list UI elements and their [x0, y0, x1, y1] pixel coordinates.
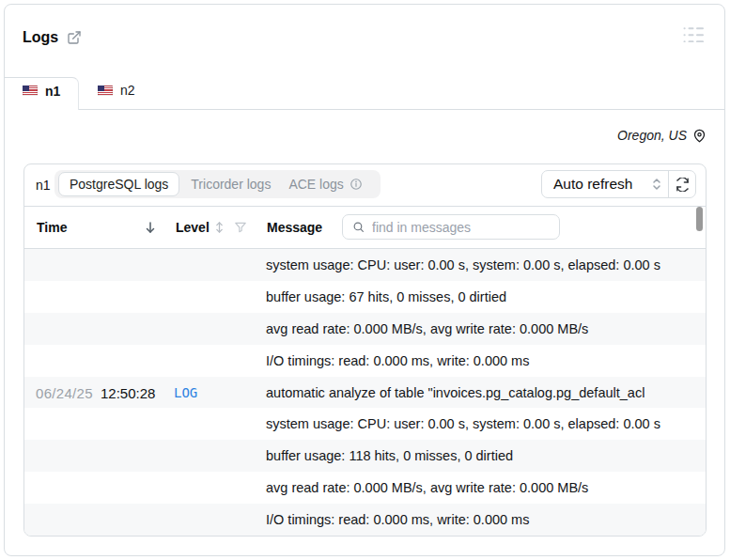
chevron-updown-icon [652, 178, 661, 191]
tab-n1[interactable]: n1 [5, 77, 79, 110]
tab-tricorder-logs[interactable]: Tricorder logs [179, 177, 282, 192]
auto-refresh-select[interactable]: Auto refresh [542, 171, 668, 197]
tab-n2-label: n2 [120, 83, 135, 98]
column-message: Message [267, 220, 322, 235]
log-message: system usage: CPU: user: 0.00 s, system:… [266, 257, 660, 272]
column-level[interactable]: Level [176, 220, 210, 235]
tab-strip-border [79, 109, 724, 110]
log-row[interactable]: 06/24/25 12:50:28 LOG automatic analyze … [24, 377, 706, 409]
info-icon [349, 178, 363, 191]
log-row[interactable]: I/O timings: read: 0.000 ms, write: 0.00… [24, 504, 706, 536]
log-row[interactable]: system usage: CPU: user: 0.00 s, system:… [24, 249, 706, 281]
log-rows: system usage: CPU: user: 0.00 s, system:… [24, 249, 706, 536]
log-message: I/O timings: read: 0.000 ms, write: 0.00… [266, 512, 529, 527]
log-row[interactable]: I/O timings: read: 0.000 ms, write: 0.00… [24, 345, 706, 377]
logs-card: Logs n1 n2 Oregon, US [4, 4, 725, 556]
location-icon [692, 129, 707, 143]
log-row[interactable]: buffer usage: 67 hits, 0 misses, 0 dirti… [24, 281, 706, 313]
log-message: avg read rate: 0.000 MB/s, avg write rat… [266, 321, 588, 336]
panel-toolbar: n1 PostgreSQL logs Tricorder logs ACE lo… [24, 164, 706, 207]
search-icon [352, 221, 365, 233]
tab-ace-logs[interactable]: ACE logs [277, 177, 373, 192]
page-title: Logs [23, 29, 58, 46]
log-message: system usage: CPU: user: 0.00 s, system:… [266, 416, 660, 431]
log-date: 06/24/25 [36, 384, 93, 400]
refresh-button[interactable] [669, 171, 695, 197]
log-message: I/O timings: read: 0.000 ms, write: 0.00… [266, 353, 529, 368]
external-link-icon[interactable] [67, 30, 82, 45]
auto-refresh-label: Auto refresh [553, 176, 632, 193]
log-message: buffer usage: 118 hits, 0 misses, 0 dirt… [266, 448, 513, 463]
logs-panel: n1 PostgreSQL logs Tricorder logs ACE lo… [23, 163, 707, 537]
region-indicator: Oregon, US [617, 128, 707, 143]
list-menu-icon[interactable] [683, 26, 704, 46]
sort-desc-icon[interactable] [145, 221, 156, 234]
tab-n2[interactable]: n2 [98, 78, 135, 109]
log-level: LOG [174, 385, 197, 400]
log-row[interactable]: system usage: CPU: user: 0.00 s, system:… [24, 408, 706, 440]
column-time[interactable]: Time [37, 220, 67, 235]
ace-logs-label: ACE logs [288, 177, 343, 192]
log-message: buffer usage: 67 hits, 0 misses, 0 dirti… [266, 289, 506, 304]
tab-postgresql-logs[interactable]: PostgreSQL logs [58, 172, 179, 196]
sort-updown-icon[interactable] [215, 221, 224, 234]
log-time: 12:50:28 [101, 384, 155, 400]
us-flag-icon [23, 86, 38, 96]
node-label: n1 [36, 178, 51, 193]
refresh-controls: Auto refresh [541, 170, 696, 198]
table-header: Time Level Message [24, 207, 706, 249]
us-flag-icon [98, 86, 113, 96]
search-input[interactable] [372, 220, 550, 235]
tab-n1-label: n1 [45, 84, 60, 99]
log-row[interactable]: buffer usage: 118 hits, 0 misses, 0 dirt… [24, 440, 706, 472]
log-row[interactable]: avg read rate: 0.000 MB/s, avg write rat… [24, 313, 706, 345]
log-source-switcher: PostgreSQL logs Tricorder logs ACE logs [54, 170, 381, 198]
log-message: automatic analyze of table "invoices.pg_… [266, 385, 645, 400]
card-header: Logs [23, 29, 82, 46]
log-message: avg read rate: 0.000 MB/s, avg write rat… [266, 480, 588, 495]
filter-icon[interactable] [234, 221, 247, 234]
search-box [342, 214, 560, 240]
scrollbar-thumb[interactable] [696, 207, 703, 231]
region-label: Oregon, US [617, 128, 687, 143]
log-row[interactable]: avg read rate: 0.000 MB/s, avg write rat… [24, 472, 706, 504]
